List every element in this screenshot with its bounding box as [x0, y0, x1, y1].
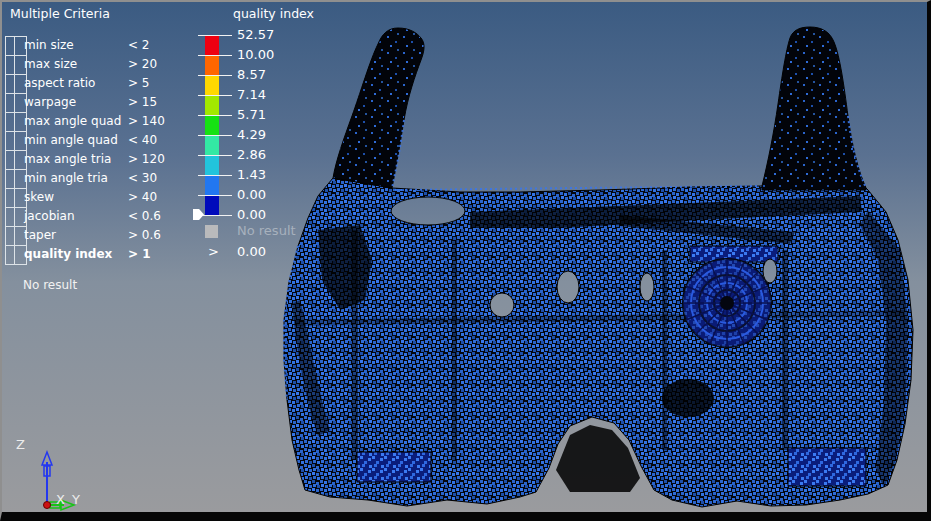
multiple-criteria-panel: Multiple Criteria min size< 2max size> 2…: [3, 6, 198, 306]
criteria-value: < 40: [128, 133, 157, 147]
legend-tick-label: 10.00: [237, 45, 274, 65]
criteria-row[interactable]: taper> 0.6: [3, 226, 198, 246]
criteria-value: < 0.6: [128, 209, 161, 223]
criteria-no-result-label: No result: [23, 278, 77, 292]
criteria-label: taper: [24, 228, 56, 242]
x-axis-origin: [44, 502, 51, 509]
criteria-value: > 5: [128, 76, 150, 90]
criteria-label: min angle tria: [24, 171, 108, 185]
legend-tick-label: 2.86: [237, 145, 266, 165]
wheel-feature: [683, 259, 771, 347]
criteria-label: max angle tria: [24, 152, 111, 166]
legend-color-band: [205, 135, 219, 155]
criteria-label: aspect ratio: [24, 76, 95, 90]
criteria-value: > 20: [128, 57, 157, 71]
criteria-row[interactable]: min angle tria< 30: [3, 169, 198, 189]
legend-tick: [198, 195, 232, 196]
legend-tick: [198, 95, 232, 96]
criteria-value: > 140: [128, 114, 165, 128]
legend-tick: [198, 135, 232, 136]
criteria-rows: min size< 2max size> 20aspect ratio> 5wa…: [3, 36, 198, 265]
legend-color-band: [205, 115, 219, 135]
app-window: Z X Y Multiple Criteria min size< 2max s…: [0, 0, 931, 521]
legend-tick-label: 8.57: [237, 65, 266, 85]
no-result-label: No result: [237, 223, 296, 238]
default-range-marker[interactable]: [193, 209, 204, 220]
legend-tick-label: 4.29: [237, 125, 266, 145]
criteria-row[interactable]: jacobian< 0.6: [3, 207, 198, 227]
criteria-label: min size: [24, 38, 74, 52]
legend-tick-label: 0.00: [237, 185, 266, 205]
legend-tick-label: 5.71: [237, 105, 266, 125]
legend-tick: [198, 35, 232, 36]
legend-tick: [198, 75, 232, 76]
criteria-value: < 2: [128, 38, 150, 52]
legend-tick: [198, 175, 232, 176]
criteria-row[interactable]: max angle tria> 120: [3, 150, 198, 170]
criteria-label: warpage: [24, 95, 76, 109]
criteria-row[interactable]: warpage> 15: [3, 93, 198, 113]
legend-tick-label: 7.14: [237, 85, 266, 105]
criteria-value: > 40: [128, 190, 157, 204]
legend-colorbar: [205, 35, 219, 215]
no-result-swatch: [205, 225, 218, 238]
legend-title: quality index: [233, 6, 314, 21]
quality-index-legend: quality index 52.5710.008.577.145.714.29…: [193, 6, 323, 271]
legend-tick-label: 0.00: [237, 205, 266, 225]
legend-tick: [198, 55, 232, 56]
legend-tick: [198, 155, 232, 156]
criteria-value: > 120: [128, 152, 165, 166]
criteria-value: > 1: [128, 247, 151, 261]
criteria-label: skew: [24, 190, 54, 204]
criteria-label: jacobian: [24, 209, 75, 223]
legend-tick-label: 1.43: [237, 165, 266, 185]
legend-color-band: [205, 95, 219, 115]
criteria-row[interactable]: skew> 40: [3, 188, 198, 208]
criteria-row[interactable]: aspect ratio> 5: [3, 74, 198, 94]
criteria-row[interactable]: min size< 2: [3, 36, 198, 56]
criteria-row[interactable]: quality index> 1: [3, 245, 198, 265]
legend-color-band: [205, 75, 219, 95]
criteria-label: max size: [24, 57, 77, 71]
legend-tick-label: 52.57: [237, 25, 274, 45]
criteria-value: < 30: [128, 171, 157, 185]
criteria-label: quality index: [24, 247, 112, 261]
legend-color-band: [205, 195, 219, 215]
legend-color-band: [205, 35, 219, 55]
criteria-value: > 0.6: [128, 228, 161, 242]
criteria-label: min angle quad: [24, 133, 118, 147]
legend-color-band: [205, 55, 219, 75]
y-axis-label: Y: [71, 492, 80, 507]
z-axis-label: Z: [16, 437, 25, 452]
criteria-row[interactable]: max angle quad> 140: [3, 112, 198, 132]
x-axis-label: X: [56, 492, 65, 507]
criteria-row[interactable]: max size> 20: [3, 55, 198, 75]
legend-color-band: [205, 175, 219, 195]
legend-tick: [198, 115, 232, 116]
legend-color-band: [205, 155, 219, 175]
criteria-value: > 15: [128, 95, 157, 109]
panel-title: Multiple Criteria: [10, 6, 110, 21]
criteria-row[interactable]: min angle quad< 40: [3, 131, 198, 151]
min-threshold-symbol: >: [208, 244, 219, 259]
criteria-label: max angle quad: [24, 114, 121, 128]
min-threshold-value: 0.00: [237, 244, 266, 259]
